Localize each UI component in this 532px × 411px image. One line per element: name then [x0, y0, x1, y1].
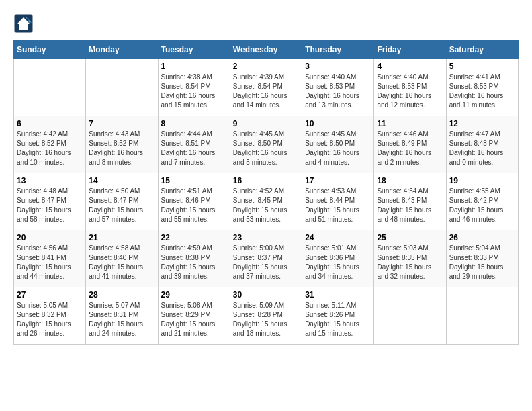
week-row-5: 27Sunrise: 5:05 AM Sunset: 8:32 PM Dayli… [14, 287, 519, 345]
day-info: Sunrise: 4:56 AM Sunset: 8:41 PM Dayligh… [17, 244, 83, 281]
day-number: 12 [449, 119, 515, 128]
day-number: 18 [377, 176, 443, 185]
day-number: 4 [377, 62, 443, 71]
day-number: 15 [161, 176, 227, 185]
column-header-friday: Friday [374, 41, 446, 59]
day-number: 10 [305, 119, 371, 128]
day-info: Sunrise: 4:40 AM Sunset: 8:53 PM Dayligh… [377, 73, 443, 110]
calendar-cell: 24Sunrise: 5:01 AM Sunset: 8:36 PM Dayli… [302, 230, 374, 287]
day-info: Sunrise: 5:11 AM Sunset: 8:26 PM Dayligh… [305, 301, 371, 338]
calendar-cell: 30Sunrise: 5:09 AM Sunset: 8:28 PM Dayli… [230, 287, 302, 345]
day-info: Sunrise: 4:58 AM Sunset: 8:40 PM Dayligh… [89, 244, 154, 281]
logo [13, 13, 36, 34]
day-info: Sunrise: 5:03 AM Sunset: 8:35 PM Dayligh… [377, 244, 443, 281]
day-info: Sunrise: 4:40 AM Sunset: 8:53 PM Dayligh… [305, 73, 371, 110]
calendar-cell: 18Sunrise: 4:54 AM Sunset: 8:43 PM Dayli… [374, 173, 446, 230]
calendar-cell: 14Sunrise: 4:50 AM Sunset: 8:47 PM Dayli… [86, 173, 158, 230]
calendar-cell [446, 287, 518, 345]
column-header-wednesday: Wednesday [230, 41, 302, 59]
day-number: 13 [17, 176, 83, 185]
day-info: Sunrise: 4:53 AM Sunset: 8:44 PM Dayligh… [305, 187, 371, 224]
day-info: Sunrise: 4:44 AM Sunset: 8:51 PM Dayligh… [161, 130, 227, 167]
calendar-cell: 27Sunrise: 5:05 AM Sunset: 8:32 PM Dayli… [14, 287, 86, 345]
day-number: 27 [17, 290, 83, 300]
day-info: Sunrise: 4:50 AM Sunset: 8:47 PM Dayligh… [89, 187, 154, 224]
day-info: Sunrise: 5:07 AM Sunset: 8:31 PM Dayligh… [89, 301, 154, 338]
day-info: Sunrise: 4:55 AM Sunset: 8:42 PM Dayligh… [449, 187, 515, 224]
calendar-cell: 17Sunrise: 4:53 AM Sunset: 8:44 PM Dayli… [302, 173, 374, 230]
column-header-thursday: Thursday [302, 41, 374, 59]
day-number: 23 [233, 233, 299, 242]
day-number: 28 [89, 290, 154, 300]
column-header-saturday: Saturday [446, 41, 518, 59]
page-header [13, 13, 519, 34]
calendar-cell: 12Sunrise: 4:47 AM Sunset: 8:48 PM Dayli… [446, 116, 518, 173]
calendar-cell: 22Sunrise: 4:59 AM Sunset: 8:38 PM Dayli… [158, 230, 230, 287]
calendar-cell: 4Sunrise: 4:40 AM Sunset: 8:53 PM Daylig… [374, 59, 446, 116]
day-number: 8 [161, 119, 227, 128]
week-row-4: 20Sunrise: 4:56 AM Sunset: 8:41 PM Dayli… [14, 230, 519, 287]
day-number: 22 [161, 233, 227, 242]
calendar-cell: 23Sunrise: 5:00 AM Sunset: 8:37 PM Dayli… [230, 230, 302, 287]
calendar-cell: 7Sunrise: 4:43 AM Sunset: 8:52 PM Daylig… [86, 116, 158, 173]
calendar-cell: 19Sunrise: 4:55 AM Sunset: 8:42 PM Dayli… [446, 173, 518, 230]
calendar-cell: 8Sunrise: 4:44 AM Sunset: 8:51 PM Daylig… [158, 116, 230, 173]
week-row-1: 1Sunrise: 4:38 AM Sunset: 8:54 PM Daylig… [14, 59, 519, 116]
day-info: Sunrise: 5:05 AM Sunset: 8:32 PM Dayligh… [17, 301, 83, 338]
logo-icon [13, 13, 34, 34]
day-number: 3 [305, 62, 371, 71]
calendar-cell: 6Sunrise: 4:42 AM Sunset: 8:52 PM Daylig… [14, 116, 86, 173]
calendar-cell [14, 59, 86, 116]
day-number: 29 [161, 290, 227, 300]
calendar-cell: 31Sunrise: 5:11 AM Sunset: 8:26 PM Dayli… [302, 287, 374, 345]
day-number: 2 [233, 62, 299, 71]
calendar-cell: 2Sunrise: 4:39 AM Sunset: 8:54 PM Daylig… [230, 59, 302, 116]
day-number: 5 [449, 62, 515, 71]
day-number: 24 [305, 233, 371, 242]
day-info: Sunrise: 4:41 AM Sunset: 8:53 PM Dayligh… [449, 73, 515, 110]
day-info: Sunrise: 4:43 AM Sunset: 8:52 PM Dayligh… [89, 130, 154, 167]
calendar-cell: 20Sunrise: 4:56 AM Sunset: 8:41 PM Dayli… [14, 230, 86, 287]
calendar-cell: 10Sunrise: 4:45 AM Sunset: 8:50 PM Dayli… [302, 116, 374, 173]
day-info: Sunrise: 4:46 AM Sunset: 8:49 PM Dayligh… [377, 130, 443, 167]
day-number: 30 [233, 290, 299, 300]
calendar-cell: 16Sunrise: 4:52 AM Sunset: 8:45 PM Dayli… [230, 173, 302, 230]
calendar-cell: 5Sunrise: 4:41 AM Sunset: 8:53 PM Daylig… [446, 59, 518, 116]
day-number: 19 [449, 176, 515, 185]
day-info: Sunrise: 4:47 AM Sunset: 8:48 PM Dayligh… [449, 130, 515, 167]
day-number: 11 [377, 119, 443, 128]
calendar-cell: 21Sunrise: 4:58 AM Sunset: 8:40 PM Dayli… [86, 230, 158, 287]
day-info: Sunrise: 5:09 AM Sunset: 8:28 PM Dayligh… [233, 301, 299, 338]
column-header-sunday: Sunday [14, 41, 86, 59]
calendar-cell [86, 59, 158, 116]
calendar-cell [374, 287, 446, 345]
day-number: 25 [377, 233, 443, 242]
calendar-cell: 13Sunrise: 4:48 AM Sunset: 8:47 PM Dayli… [14, 173, 86, 230]
column-header-monday: Monday [86, 41, 158, 59]
calendar-cell: 9Sunrise: 4:45 AM Sunset: 8:50 PM Daylig… [230, 116, 302, 173]
calendar-cell: 1Sunrise: 4:38 AM Sunset: 8:54 PM Daylig… [158, 59, 230, 116]
week-row-3: 13Sunrise: 4:48 AM Sunset: 8:47 PM Dayli… [14, 173, 519, 230]
day-info: Sunrise: 4:51 AM Sunset: 8:46 PM Dayligh… [161, 187, 227, 224]
day-number: 14 [89, 176, 154, 185]
day-number: 1 [161, 62, 227, 71]
day-number: 20 [17, 233, 83, 242]
day-number: 9 [233, 119, 299, 128]
day-number: 21 [89, 233, 154, 242]
day-number: 6 [17, 119, 83, 128]
day-info: Sunrise: 4:59 AM Sunset: 8:38 PM Dayligh… [161, 244, 227, 281]
day-number: 31 [305, 290, 371, 300]
day-info: Sunrise: 4:45 AM Sunset: 8:50 PM Dayligh… [305, 130, 371, 167]
day-number: 7 [89, 119, 154, 128]
day-info: Sunrise: 4:39 AM Sunset: 8:54 PM Dayligh… [233, 73, 299, 110]
calendar-cell: 28Sunrise: 5:07 AM Sunset: 8:31 PM Dayli… [86, 287, 158, 345]
day-info: Sunrise: 5:01 AM Sunset: 8:36 PM Dayligh… [305, 244, 371, 281]
day-info: Sunrise: 5:08 AM Sunset: 8:29 PM Dayligh… [161, 301, 227, 338]
calendar-cell: 26Sunrise: 5:04 AM Sunset: 8:33 PM Dayli… [446, 230, 518, 287]
calendar-cell: 3Sunrise: 4:40 AM Sunset: 8:53 PM Daylig… [302, 59, 374, 116]
day-number: 26 [449, 233, 515, 242]
calendar-cell: 29Sunrise: 5:08 AM Sunset: 8:29 PM Dayli… [158, 287, 230, 345]
day-info: Sunrise: 4:54 AM Sunset: 8:43 PM Dayligh… [377, 187, 443, 224]
day-info: Sunrise: 4:48 AM Sunset: 8:47 PM Dayligh… [17, 187, 83, 224]
day-number: 16 [233, 176, 299, 185]
